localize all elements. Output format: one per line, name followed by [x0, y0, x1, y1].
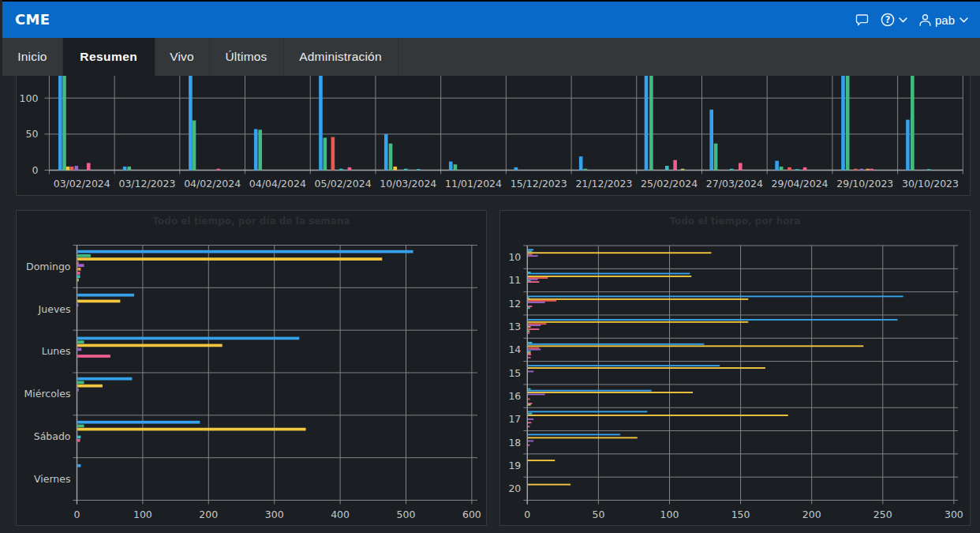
x-axis-label: 0: [74, 509, 80, 520]
bar: [77, 377, 132, 381]
y-axis-label: 50: [25, 128, 38, 140]
bar: [528, 323, 546, 325]
y-axis-label: Viernes: [34, 473, 70, 485]
bar: [787, 167, 791, 171]
x-axis-label: 500: [397, 509, 416, 520]
bar: [331, 137, 335, 171]
x-axis-label: 11/01/2024: [445, 178, 502, 190]
tab-resumen[interactable]: Resumen: [63, 38, 155, 76]
bar: [528, 394, 545, 396]
bar: [77, 264, 84, 267]
app-window: CME ?pab Inicio Resumen Vivo Últimos Adm…: [0, 0, 980, 533]
bar: [528, 365, 720, 366]
y-axis-label: 13: [508, 321, 521, 332]
bar: [528, 404, 531, 406]
bar: [528, 328, 539, 330]
y-axis-label: 15: [508, 367, 521, 379]
bar: [127, 167, 131, 171]
bar: [714, 144, 718, 171]
tab-administracion[interactable]: Administración: [284, 38, 398, 76]
chat-icon: [855, 13, 869, 26]
bar: [77, 421, 200, 424]
x-axis-label: 03/02/2024: [54, 178, 110, 190]
tab-vivo[interactable]: Vivo: [155, 38, 210, 76]
person-icon: [919, 14, 931, 26]
chat-button[interactable]: [855, 13, 869, 26]
x-axis-label: 27/03/2024: [706, 178, 763, 190]
bar: [780, 167, 784, 171]
x-axis-label: 29/10/2023: [836, 178, 893, 190]
bar: [528, 277, 548, 279]
bar: [454, 164, 458, 170]
x-axis-label: 200: [199, 509, 218, 520]
y-axis-label: 11: [508, 274, 521, 286]
y-axis-label: 14: [508, 343, 521, 355]
bar: [528, 295, 903, 297]
app-header: CME ?pab: [2, 2, 980, 38]
bar: [77, 279, 79, 282]
username: pab: [935, 13, 955, 27]
svg-text:?: ?: [885, 14, 891, 25]
tab-inicio[interactable]: Inicio: [2, 38, 63, 76]
tab-ultimos[interactable]: Últimos: [210, 38, 284, 76]
bar: [860, 169, 864, 171]
bar: [528, 390, 652, 392]
bar: [866, 169, 870, 171]
bar: [528, 399, 530, 400]
bar: [528, 326, 531, 328]
bar: [528, 460, 555, 461]
help-icon: ?: [881, 13, 895, 27]
bar: [77, 300, 120, 303]
bar: [528, 276, 691, 277]
x-axis-label: 600: [462, 509, 481, 520]
bar: [528, 273, 690, 275]
bar: [339, 169, 343, 171]
y-axis-label: 12: [508, 298, 521, 310]
y-axis-label: Jueves: [38, 303, 71, 315]
bar: [417, 169, 421, 170]
bar: [528, 367, 765, 369]
bar: [528, 354, 531, 355]
bar: [739, 163, 742, 170]
chart-canvas: Todo el tiempo, por hora0501001502002503…: [499, 210, 971, 526]
bar: [528, 332, 529, 334]
x-axis-label: 25/02/2024: [641, 178, 698, 190]
bar: [70, 167, 74, 171]
bar: [87, 163, 91, 170]
help-menu[interactable]: ?: [881, 13, 907, 27]
bar: [870, 169, 873, 171]
y-axis-label: 18: [508, 437, 521, 449]
x-axis-label: 100: [660, 509, 679, 520]
bar: [66, 167, 70, 171]
bar: [528, 252, 711, 253]
bar: [77, 250, 413, 253]
bar: [77, 294, 134, 297]
chart-title: Todo el tiempo, por día de la semana: [152, 216, 350, 227]
bar: [528, 434, 620, 435]
y-axis-label: 17: [508, 413, 521, 425]
bar: [77, 388, 79, 392]
bar: [393, 167, 397, 171]
bar: [77, 439, 80, 442]
x-axis-label: 04/04/2024: [249, 178, 306, 190]
x-axis-label: 200: [802, 509, 821, 520]
brand-logo[interactable]: CME: [15, 11, 50, 28]
user-menu[interactable]: pab: [919, 13, 968, 27]
bar: [77, 272, 80, 275]
bar: [854, 169, 858, 171]
bar: [528, 388, 531, 390]
bar: [927, 169, 931, 170]
bar: [77, 464, 80, 467]
y-axis-label: 100: [20, 92, 39, 104]
bar: [709, 110, 713, 171]
y-axis-label: Sábado: [34, 430, 71, 442]
bar: [528, 411, 647, 412]
bar: [384, 134, 388, 171]
bar: [123, 167, 127, 171]
bar: [528, 307, 530, 309]
bar: [528, 325, 540, 326]
tab-bar: Inicio Resumen Vivo Últimos Administraci…: [2, 38, 980, 76]
bar: [528, 441, 533, 442]
bar: [528, 445, 529, 446]
bar: [528, 484, 570, 486]
